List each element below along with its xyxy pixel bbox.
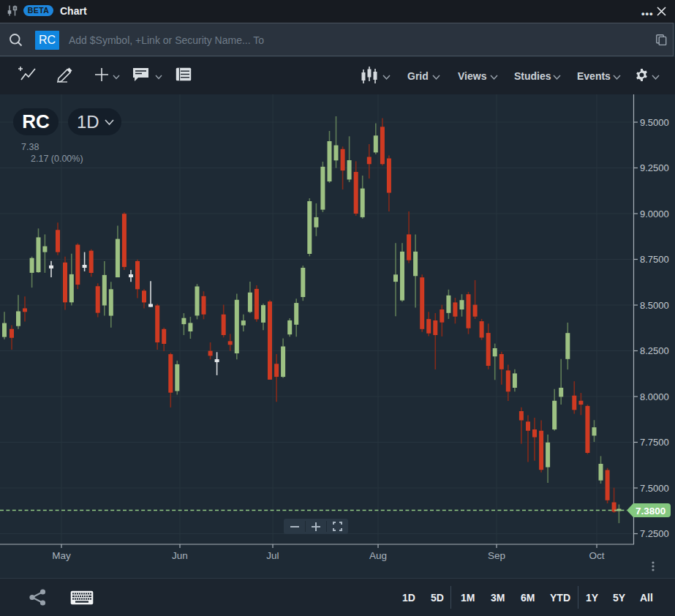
svg-text:9.0000: 9.0000 [640,209,669,219]
svg-text:8.5000: 8.5000 [640,300,669,311]
svg-text:Oct: Oct [589,550,604,561]
svg-text:7.3800: 7.3800 [636,506,665,517]
svg-text:9.5000: 9.5000 [640,117,669,128]
svg-text:9.2500: 9.2500 [640,162,669,173]
svg-text:8.7500: 8.7500 [640,254,669,265]
svg-text:8.0000: 8.0000 [640,391,669,402]
svg-text:7.7500: 7.7500 [640,437,669,448]
svg-text:Jun: Jun [172,550,188,561]
svg-text:Sep: Sep [488,550,505,561]
svg-text:8.2500: 8.2500 [640,345,669,356]
svg-text:Aug: Aug [369,550,387,561]
svg-text:7.5000: 7.5000 [640,483,669,494]
svg-text:Jul: Jul [266,550,279,561]
svg-text:May: May [52,550,71,561]
svg-text:7.2500: 7.2500 [640,528,669,539]
